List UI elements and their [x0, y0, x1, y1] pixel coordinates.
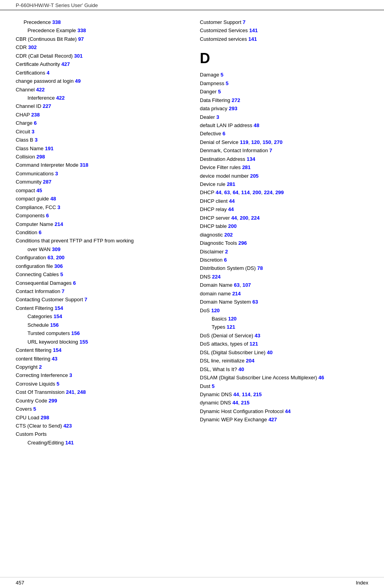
page-ref[interactable]: 281: [242, 164, 251, 170]
page-ref[interactable]: 141: [249, 36, 257, 42]
page-ref[interactable]: 6: [34, 120, 37, 126]
page-ref[interactable]: 114: [242, 391, 251, 397]
page-ref[interactable]: 7: [84, 297, 87, 302]
page-ref[interactable]: 5: [226, 80, 229, 86]
page-ref[interactable]: 6: [46, 213, 49, 218]
page-ref[interactable]: 298: [41, 415, 49, 421]
page-ref[interactable]: 64: [233, 189, 238, 195]
page-ref[interactable]: 298: [37, 154, 45, 160]
page-ref[interactable]: 43: [52, 356, 57, 362]
page-ref[interactable]: 423: [63, 423, 72, 429]
page-ref[interactable]: 78: [257, 265, 263, 271]
page-ref[interactable]: 296: [238, 240, 247, 246]
page-ref[interactable]: 141: [65, 440, 74, 446]
page-ref[interactable]: 427: [269, 417, 277, 422]
page-ref[interactable]: 48: [254, 122, 259, 128]
page-ref[interactable]: 7: [62, 288, 64, 294]
page-ref[interactable]: 7: [269, 147, 272, 153]
page-ref[interactable]: 299: [275, 189, 284, 195]
page-ref[interactable]: 272: [232, 97, 240, 103]
page-ref[interactable]: 63: [252, 299, 258, 305]
page-ref[interactable]: 5: [60, 271, 63, 277]
page-ref[interactable]: 227: [43, 103, 51, 109]
page-ref[interactable]: 40: [238, 366, 244, 372]
page-ref[interactable]: 270: [274, 139, 283, 145]
page-ref[interactable]: 5: [33, 406, 36, 412]
page-ref[interactable]: 3: [216, 114, 219, 120]
page-ref[interactable]: 293: [229, 106, 238, 111]
page-ref[interactable]: 156: [50, 322, 59, 328]
page-ref[interactable]: 121: [227, 324, 235, 330]
page-ref[interactable]: 191: [45, 146, 53, 151]
page-ref[interactable]: 287: [43, 179, 51, 185]
page-ref[interactable]: 224: [251, 215, 260, 221]
page-ref[interactable]: 200: [240, 215, 249, 221]
page-ref[interactable]: 309: [52, 246, 60, 252]
page-ref[interactable]: 338: [52, 19, 61, 25]
page-ref[interactable]: 5: [212, 383, 214, 389]
page-ref[interactable]: 2: [39, 364, 42, 370]
page-ref[interactable]: 5: [57, 381, 59, 387]
page-ref[interactable]: 44: [216, 189, 221, 195]
page-ref[interactable]: 154: [53, 313, 62, 319]
page-ref[interactable]: 306: [54, 263, 63, 269]
page-ref[interactable]: 107: [242, 282, 251, 288]
page-ref[interactable]: 318: [80, 162, 88, 168]
page-ref[interactable]: 224: [212, 274, 221, 280]
page-ref[interactable]: 121: [249, 341, 258, 347]
page-ref[interactable]: 427: [61, 61, 70, 67]
page-ref[interactable]: 40: [267, 350, 272, 355]
page-ref[interactable]: 154: [53, 347, 62, 353]
page-ref[interactable]: 155: [79, 339, 88, 345]
page-ref[interactable]: 6: [39, 229, 42, 235]
page-ref[interactable]: 224: [264, 189, 272, 195]
page-ref[interactable]: 2: [225, 249, 228, 255]
page-ref[interactable]: 141: [249, 27, 258, 33]
page-ref[interactable]: 3: [35, 137, 37, 143]
page-ref[interactable]: 3: [55, 171, 58, 177]
page-ref[interactable]: 238: [31, 112, 40, 118]
page-ref[interactable]: 63: [48, 255, 53, 260]
page-ref[interactable]: 214: [55, 221, 63, 227]
page-ref[interactable]: 44: [228, 206, 234, 212]
page-ref[interactable]: 302: [28, 44, 37, 50]
page-ref[interactable]: 5: [218, 89, 221, 95]
page-ref[interactable]: 43: [254, 333, 260, 339]
page-ref[interactable]: 48: [50, 196, 56, 202]
page-ref[interactable]: 45: [37, 188, 42, 193]
page-ref[interactable]: 44: [229, 198, 234, 204]
page-ref[interactable]: 204: [246, 358, 254, 364]
page-ref[interactable]: 156: [71, 330, 80, 336]
page-ref[interactable]: 4: [47, 70, 49, 76]
page-ref[interactable]: 7: [243, 19, 245, 25]
page-ref[interactable]: 200: [56, 255, 65, 260]
page-ref[interactable]: 6: [224, 257, 227, 263]
page-ref[interactable]: 63: [224, 189, 230, 195]
page-ref[interactable]: 120: [251, 139, 260, 145]
page-ref[interactable]: 49: [75, 78, 80, 84]
page-ref[interactable]: 3: [69, 372, 72, 378]
page-ref[interactable]: 44: [233, 391, 239, 397]
page-ref[interactable]: 338: [77, 27, 86, 33]
page-ref[interactable]: 44: [231, 215, 237, 221]
page-ref[interactable]: 6: [73, 280, 76, 286]
page-ref[interactable]: 205: [250, 173, 259, 179]
page-ref[interactable]: 200: [252, 189, 261, 195]
page-ref[interactable]: 114: [241, 189, 250, 195]
page-ref[interactable]: 248: [77, 389, 86, 395]
page-ref[interactable]: 214: [232, 291, 241, 297]
page-ref[interactable]: 63: [234, 282, 240, 288]
page-ref[interactable]: 44: [285, 408, 291, 414]
page-ref[interactable]: 422: [36, 87, 45, 93]
page-ref[interactable]: 241: [66, 389, 75, 395]
page-ref[interactable]: 120: [228, 316, 237, 322]
page-ref[interactable]: 6: [223, 131, 225, 137]
page-ref[interactable]: 154: [55, 305, 63, 311]
page-ref[interactable]: 3: [57, 204, 60, 210]
page-ref[interactable]: 134: [247, 156, 255, 162]
page-ref[interactable]: 44: [232, 400, 238, 406]
page-ref[interactable]: 120: [211, 308, 220, 313]
page-ref[interactable]: 299: [49, 398, 57, 404]
page-ref[interactable]: 46: [318, 375, 324, 380]
page-ref[interactable]: 215: [253, 391, 262, 397]
